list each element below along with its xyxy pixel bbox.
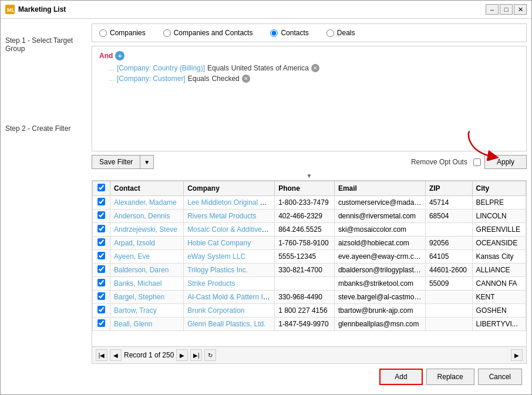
title-bar-left: ML Marketing List xyxy=(5,5,66,14)
app-icon: ML xyxy=(5,5,15,14)
contact-link-0[interactable]: Alexander, Madame xyxy=(114,198,177,207)
company-link-9[interactable]: Glenn Beall Plastics, Ltd. xyxy=(187,320,265,328)
title-bar: ML Marketing List – □ ✕ xyxy=(1,1,531,19)
row-check-0[interactable] xyxy=(93,196,110,210)
contact-link-8[interactable]: Bartow, Tracy xyxy=(114,306,157,315)
filter-remove-2[interactable]: ✕ xyxy=(242,75,250,83)
row-email-3: aizsold@hobiecat.com xyxy=(334,237,425,250)
save-filter-main-button[interactable]: Save Filter xyxy=(92,155,140,169)
table-row[interactable]: Andrzejewski, Steve Mosaic Color & Addit… xyxy=(93,223,526,237)
nav-last-button[interactable]: ▶| xyxy=(190,349,202,361)
table-row[interactable]: Ayeen, Eve eWay System LLC 5555-12345 ev… xyxy=(93,250,526,264)
add-filter-button[interactable]: + xyxy=(115,51,124,60)
contact-link-9[interactable]: Beall, Glenn xyxy=(114,320,152,328)
table-row[interactable]: Beall, Glenn Glenn Beall Plastics, Ltd. … xyxy=(93,318,526,331)
contact-link-1[interactable]: Anderson, Dennis xyxy=(114,212,170,220)
filter-link-2[interactable]: [Company: Customer] xyxy=(117,75,186,83)
save-filter-dropdown-button[interactable]: ▼ xyxy=(140,155,154,169)
cancel-button[interactable]: Cancel xyxy=(478,369,522,385)
row-check-1[interactable] xyxy=(93,210,110,223)
row-check-4[interactable] xyxy=(93,250,110,264)
radio-companies[interactable]: Companies xyxy=(99,29,146,37)
header-check[interactable] xyxy=(93,181,110,196)
radio-companies-contacts[interactable]: Companies and Contacts xyxy=(163,29,253,37)
company-link-1[interactable]: Rivers Metal Products xyxy=(187,212,256,220)
col-city: City xyxy=(472,181,526,196)
company-link-2[interactable]: Mosaic Color & Additives, LLC xyxy=(187,225,275,234)
row-zip-4: 64105 xyxy=(425,250,472,264)
nav-bar: |◀ ◀ Record 1 of 250 ▶ ▶| ↻ ▶ xyxy=(92,346,526,363)
company-link-6[interactable]: Strike Products xyxy=(187,279,235,288)
company-link-8[interactable]: Brunk Corporation xyxy=(187,306,244,315)
company-link-0[interactable]: Lee Middleton Original Dolls ... xyxy=(187,198,275,207)
table-container[interactable]: Contact Company Phone Email ZIP City Ale… xyxy=(92,181,526,346)
company-link-4[interactable]: eWay System LLC xyxy=(187,252,245,261)
row-city-9: LIBERTYVI... xyxy=(472,318,526,331)
table-row[interactable]: Anderson, Dennis Rivers Metal Products 4… xyxy=(93,210,526,223)
nav-scroll-right-button[interactable]: ▶ xyxy=(511,349,523,361)
row-contact-9: Beall, Glenn xyxy=(110,318,184,331)
row-check-8[interactable] xyxy=(93,304,110,318)
replace-button[interactable]: Replace xyxy=(426,369,474,385)
main-area: Companies Companies and Contacts Contact… xyxy=(92,19,531,394)
nav-prev-button[interactable]: ◀ xyxy=(110,349,122,361)
company-link-7[interactable]: Al-Cast Mold & Pattern Inc. xyxy=(187,293,272,301)
nav-record-text: Record 1 of 250 xyxy=(124,351,174,359)
row-city-0: BELPRE xyxy=(472,196,526,210)
row-company-2: Mosaic Color & Additives, LLC xyxy=(184,223,275,237)
contact-link-6[interactable]: Banks, Michael xyxy=(114,279,161,288)
row-contact-1: Anderson, Dennis xyxy=(110,210,184,223)
table-row[interactable]: Balderson, Daren Trilogy Plastics Inc. 3… xyxy=(93,264,526,277)
company-link-3[interactable]: Hobie Cat Company xyxy=(187,239,251,247)
table-row[interactable]: Banks, Michael Strike Products mbanks@st… xyxy=(93,277,526,291)
col-contact: Contact xyxy=(110,181,184,196)
nav-refresh-button[interactable]: ↻ xyxy=(204,349,216,361)
row-email-4: eve.ayeen@eway-crm.com xyxy=(334,250,425,264)
table-row[interactable]: Bartow, Tracy Brunk Corporation 1 800 22… xyxy=(93,304,526,318)
toolbar-row: Save Filter ▼ Remove Opt Outs Apply xyxy=(92,155,527,169)
company-link-5[interactable]: Trilogy Plastics Inc. xyxy=(187,266,248,274)
contact-link-2[interactable]: Andrzejewski, Steve xyxy=(114,225,177,234)
filter-link-1[interactable]: [Company: Country (Billing)] xyxy=(117,64,205,72)
table-row[interactable]: Alexander, Madame Lee Middleton Original… xyxy=(93,196,526,210)
filter-equals-1: Equals xyxy=(207,64,229,72)
minimize-button[interactable]: – xyxy=(486,4,499,15)
remove-opt-outs-checkbox[interactable] xyxy=(473,158,481,166)
window-title: Marketing List xyxy=(18,5,66,13)
radio-deals-label: Deals xyxy=(337,29,355,37)
target-group-section: Companies Companies and Contacts Contact… xyxy=(92,23,527,42)
contacts-table: Contact Company Phone Email ZIP City Ale… xyxy=(92,181,526,331)
contact-link-4[interactable]: Ayeen, Eve xyxy=(114,252,150,261)
filter-value-1: United States of America xyxy=(231,64,309,72)
add-button[interactable]: Add xyxy=(379,369,422,385)
row-email-6: mbanks@striketool.com xyxy=(334,277,425,291)
row-check-3[interactable] xyxy=(93,237,110,250)
table-body: Alexander, Madame Lee Middleton Original… xyxy=(93,196,526,331)
close-button[interactable]: ✕ xyxy=(514,4,527,15)
row-email-9: glennbeallplas@msn.com xyxy=(334,318,425,331)
row-phone-6 xyxy=(275,277,335,291)
row-check-7[interactable] xyxy=(93,291,110,304)
table-row[interactable]: Arpad, Izsold Hobie Cat Company 1-760-75… xyxy=(93,237,526,250)
filter-remove-1[interactable]: ✕ xyxy=(311,64,319,72)
scroll-arrow[interactable]: ▼ xyxy=(92,171,527,180)
radio-deals[interactable]: Deals xyxy=(326,29,355,37)
radio-contacts[interactable]: Contacts xyxy=(270,29,308,37)
row-check-2[interactable] xyxy=(93,223,110,237)
row-check-5[interactable] xyxy=(93,264,110,277)
filter-and: And + xyxy=(99,51,519,60)
toolbar-right: Remove Opt Outs Apply xyxy=(411,155,527,169)
nav-first-button[interactable]: |◀ xyxy=(96,349,107,361)
nav-next-button[interactable]: ▶ xyxy=(176,349,188,361)
row-check-9[interactable] xyxy=(93,318,110,331)
table-row[interactable]: Bargel, Stephen Al-Cast Mold & Pattern I… xyxy=(93,291,526,304)
svg-text:ML: ML xyxy=(7,7,14,13)
contact-link-5[interactable]: Balderson, Daren xyxy=(114,266,169,274)
row-city-8: GOSHEN xyxy=(472,304,526,318)
row-contact-5: Balderson, Daren xyxy=(110,264,184,277)
maximize-button[interactable]: □ xyxy=(500,4,513,15)
contact-link-7[interactable]: Bargel, Stephen xyxy=(114,293,164,301)
apply-button[interactable]: Apply xyxy=(484,155,527,169)
row-check-6[interactable] xyxy=(93,277,110,291)
contact-link-3[interactable]: Arpad, Izsold xyxy=(114,239,155,247)
